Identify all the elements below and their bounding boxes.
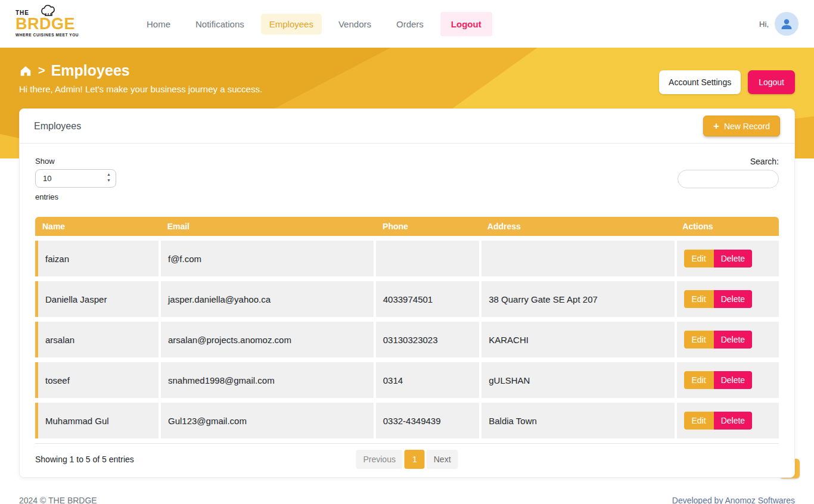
cell-address: gULSHAN: [481, 362, 674, 398]
cell-name: arsalan: [35, 322, 159, 357]
show-label: Show: [35, 157, 116, 166]
cell-email: arsalan@projects.anomoz.com: [161, 322, 374, 357]
new-record-button[interactable]: + New Record: [703, 116, 780, 136]
show-entries-block: Show 10 ▲▼ entries: [35, 157, 116, 201]
header-address[interactable]: Address: [480, 217, 675, 236]
brand-tagline: WHERE CUISINES MEET YOU: [15, 33, 105, 38]
cell-actions: Edit Delete: [677, 403, 779, 438]
table-controls: Show 10 ▲▼ entries Search:: [35, 157, 779, 201]
nav-item-vendors[interactable]: Vendors: [330, 14, 380, 35]
plus-icon: +: [713, 121, 719, 131]
cell-name: faizan: [35, 241, 159, 276]
cell-actions: Edit Delete: [677, 241, 779, 276]
page-footer: 2024 © THE BRDGE Developed by Anomoz Sof…: [0, 478, 814, 504]
hero-logout-button[interactable]: Logout: [748, 70, 795, 94]
edit-button[interactable]: Edit: [684, 412, 714, 430]
card-title: Employees: [34, 121, 81, 132]
employees-table: Name Email Phone Address Actions faizan …: [35, 217, 779, 444]
cell-address: KARACHI: [481, 322, 674, 357]
cell-email: snahmed1998@gmail.com: [161, 362, 374, 398]
page-size-select-wrap: 10 ▲▼: [35, 169, 116, 188]
cell-actions: Edit Delete: [677, 322, 779, 357]
cell-phone: 4033974501: [376, 281, 479, 317]
cell-address: [481, 241, 674, 276]
developer-credit[interactable]: Developed by Anomoz Softwares: [672, 496, 795, 504]
card-header: Employees + New Record: [20, 109, 794, 144]
delete-button[interactable]: Delete: [714, 250, 752, 267]
chef-hat-icon: [39, 4, 63, 20]
hero-left: > Employees Hi there, Admin! Let's make …: [19, 62, 262, 94]
header-email[interactable]: Email: [160, 217, 375, 236]
page-1-button[interactable]: 1: [405, 450, 425, 469]
search-label: Search:: [678, 157, 779, 166]
cell-name: Muhammad Gul: [35, 403, 159, 438]
table-row: toseef snahmed1998@gmail.com 0314 gULSHA…: [35, 362, 779, 398]
header-actions: Actions: [675, 217, 779, 236]
previous-page-button[interactable]: Previous: [356, 450, 402, 469]
employees-card: Employees + New Record Show 10 ▲▼ entrie…: [19, 108, 795, 478]
cell-phone: 0314: [376, 362, 479, 398]
next-page-button[interactable]: Next: [427, 450, 458, 469]
edit-button[interactable]: Edit: [684, 290, 714, 308]
new-record-label: New Record: [724, 122, 770, 131]
delete-button[interactable]: Delete: [714, 412, 752, 430]
search-input[interactable]: [678, 170, 779, 188]
table-row: arsalan arsalan@projects.anomoz.com 0313…: [35, 322, 779, 357]
cell-address: Baldia Town: [481, 403, 674, 438]
copyright-text: 2024 © THE BRDGE: [19, 496, 97, 504]
delete-button[interactable]: Delete: [714, 331, 752, 349]
cell-phone: 0332-4349439: [376, 403, 479, 438]
greeting-text: Hi,: [759, 20, 769, 29]
showing-summary: Showing 1 to 5 of 5 entries: [35, 455, 134, 464]
edit-button[interactable]: Edit: [684, 371, 714, 389]
header-phone[interactable]: Phone: [375, 217, 480, 236]
cell-email: jasper.daniella@yahoo.ca: [161, 281, 374, 317]
person-icon: [779, 17, 794, 31]
hero-actions: Account Settings Logout: [659, 70, 795, 94]
user-avatar[interactable]: [775, 12, 799, 36]
page-title: Employees: [51, 62, 130, 79]
account-settings-button[interactable]: Account Settings: [659, 70, 741, 94]
cell-phone: 03130323023: [376, 322, 479, 357]
cell-address: 38 Quarry Gate SE Apt 207: [481, 281, 674, 317]
nav-right: Hi,: [759, 12, 799, 36]
pagination: Previous 1 Next: [356, 450, 458, 469]
header-name[interactable]: Name: [35, 217, 160, 236]
edit-button[interactable]: Edit: [684, 250, 714, 267]
table-row: Daniella Jasper jasper.daniella@yahoo.ca…: [35, 281, 779, 317]
page-size-select[interactable]: 10: [35, 169, 116, 188]
card-body: Show 10 ▲▼ entries Search: Name Email Ph…: [20, 144, 794, 477]
cell-phone: [376, 241, 479, 276]
home-icon[interactable]: [19, 64, 32, 77]
cell-actions: Edit Delete: [677, 281, 779, 317]
cell-name: Daniella Jasper: [35, 281, 159, 317]
brand-logo[interactable]: THE BRDGE WHERE CUISINES MEET YOU: [15, 10, 105, 38]
cell-name: toseef: [35, 362, 159, 398]
nav-item-home[interactable]: Home: [138, 14, 179, 35]
entries-label: entries: [35, 192, 116, 201]
cell-email: f@f.com: [161, 241, 374, 276]
table-body: faizan f@f.com Edit Delete Daniella Jasp…: [35, 241, 779, 443]
nav-item-employees[interactable]: Employees: [261, 14, 322, 35]
hero-subtitle: Hi there, Admin! Let's make your busines…: [19, 84, 262, 94]
edit-button[interactable]: Edit: [684, 331, 714, 349]
main-nav: Home Notifications Employees Vendors Ord…: [138, 12, 492, 36]
delete-button[interactable]: Delete: [714, 290, 752, 308]
delete-button[interactable]: Delete: [714, 371, 752, 389]
nav-item-notifications[interactable]: Notifications: [187, 14, 253, 35]
table-footer: Showing 1 to 5 of 5 entries Previous 1 N…: [35, 455, 779, 464]
cell-actions: Edit Delete: [677, 362, 779, 398]
breadcrumb: > Employees: [19, 62, 262, 79]
nav-item-orders[interactable]: Orders: [388, 14, 432, 35]
table-row: Muhammad Gul Gul123@gmail.com 0332-43494…: [35, 403, 779, 438]
breadcrumb-separator: >: [38, 64, 45, 77]
table-row: faizan f@f.com Edit Delete: [35, 241, 779, 276]
nav-item-logout[interactable]: Logout: [440, 12, 492, 36]
search-block: Search:: [678, 157, 779, 188]
cell-email: Gul123@gmail.com: [161, 403, 374, 438]
table-header: Name Email Phone Address Actions: [35, 217, 779, 236]
top-navbar: THE BRDGE WHERE CUISINES MEET YOU Home N…: [0, 0, 814, 48]
